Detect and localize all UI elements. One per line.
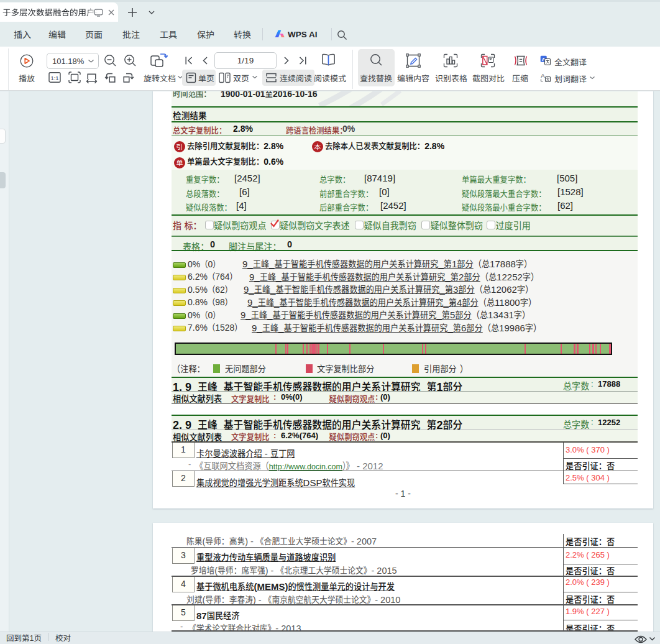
- svg-text:1:1: 1:1: [50, 75, 58, 81]
- svg-text:A: A: [541, 73, 545, 79]
